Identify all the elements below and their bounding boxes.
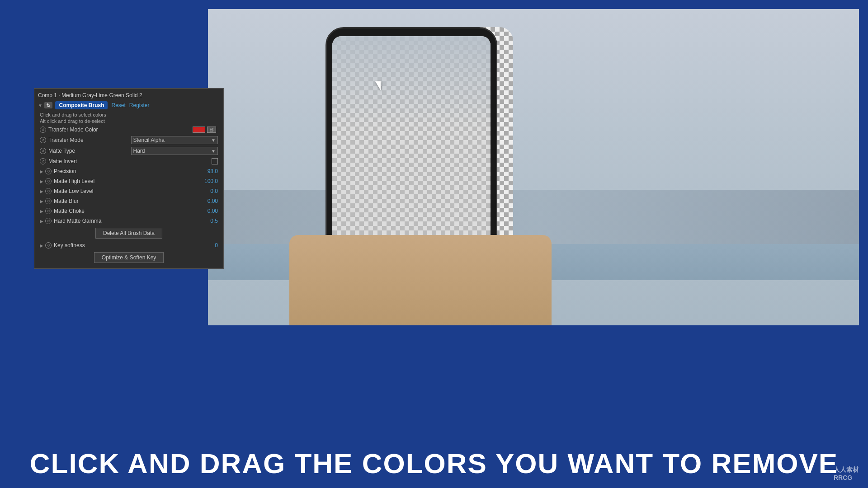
matte-high-level-value[interactable]: 100.0 bbox=[204, 178, 218, 184]
transfer-mode-dropdown[interactable]: Stencil Alpha ▼ bbox=[131, 136, 218, 144]
hint1: Click and drag to select colors bbox=[38, 112, 220, 117]
phone-fog bbox=[332, 36, 491, 127]
watermark-line2: RRCG bbox=[834, 474, 859, 481]
matte-blur-icon: ↺ bbox=[45, 198, 52, 204]
watermark: 人人素材 RRCG bbox=[834, 466, 859, 481]
matte-invert-label: Matte Invert bbox=[48, 158, 212, 164]
matte-invert-checkbox[interactable] bbox=[212, 158, 218, 164]
transfer-mode-color-row: ↺ Transfer Mode Color ⛓ bbox=[38, 125, 220, 135]
link-icon[interactable]: ⛓ bbox=[207, 127, 216, 133]
watermark-line1: 人人素材 bbox=[834, 466, 859, 474]
matte-type-icon: ↺ bbox=[40, 148, 46, 154]
delete-all-brush-data-button[interactable]: Delete All Brush Data bbox=[95, 228, 162, 239]
precision-label: Precision bbox=[54, 168, 206, 174]
transfer-mode-label: Transfer Mode bbox=[48, 137, 131, 143]
matte-blur-label: Matte Blur bbox=[54, 198, 206, 204]
matte-high-level-label: Matte High Level bbox=[54, 178, 203, 184]
matte-invert-row: ↺ Matte Invert bbox=[38, 156, 220, 166]
transfer-mode-icon: ↺ bbox=[40, 137, 46, 143]
hard-matte-gamma-expand-arrow[interactable]: ▶ bbox=[40, 219, 44, 224]
matte-type-label: Matte Type bbox=[48, 148, 131, 154]
collapse-arrow-icon[interactable]: ▼ bbox=[38, 103, 42, 108]
transfer-mode-color-label: Transfer Mode Color bbox=[48, 127, 193, 133]
caption-bar: CLICK AND DRAG THE COLORS YOU WANT TO RE… bbox=[0, 438, 868, 488]
matte-choke-row[interactable]: ▶ ↺ Matte Choke 0.00 bbox=[38, 206, 220, 216]
comp-label: Comp 1 · Medium Gray-Lime Green Solid 2 bbox=[38, 92, 142, 99]
matte-high-level-row[interactable]: ▶ ↺ Matte High Level 100.0 bbox=[38, 176, 220, 186]
effect-name-label[interactable]: Composite Brush bbox=[55, 101, 108, 109]
precision-icon: ↺ bbox=[45, 168, 52, 174]
panel-title-bar: Comp 1 · Medium Gray-Lime Green Solid 2 bbox=[38, 92, 220, 99]
matte-type-value: Hard bbox=[133, 148, 145, 154]
optimize-soften-key-button[interactable]: Optimize & Soften Key bbox=[94, 252, 164, 263]
main-container: Stencil Alpha Hard Comp 1 · Medium Gray-… bbox=[0, 0, 868, 488]
matte-blur-value[interactable]: 0.00 bbox=[208, 198, 218, 204]
key-softness-label: Key softness bbox=[54, 242, 213, 249]
key-softness-value[interactable]: 0 bbox=[215, 242, 218, 249]
matte-invert-icon: ↺ bbox=[40, 158, 46, 164]
precision-expand-arrow[interactable]: ▶ bbox=[40, 169, 44, 174]
hard-matte-gamma-label: Hard Matte Gamma bbox=[54, 218, 208, 224]
hands-area bbox=[289, 235, 552, 325]
fx-badge: fx bbox=[44, 102, 53, 108]
key-softness-icon: ↺ bbox=[45, 242, 52, 249]
matte-type-row: ↺ Matte Type Hard ▼ bbox=[38, 145, 220, 156]
matte-low-level-expand-arrow[interactable]: ▶ bbox=[40, 189, 44, 194]
panel-effect-bar: ▼ fx Composite Brush Reset Register bbox=[38, 101, 220, 109]
stencil-alpha-hard-label: Stencil Alpha Hard bbox=[371, 158, 430, 166]
key-softness-expand-arrow[interactable]: ▶ bbox=[40, 243, 44, 248]
hint2: Alt click and drag to de-select bbox=[38, 118, 220, 124]
matte-low-level-row[interactable]: ▶ ↺ Matte Low Level 0.0 bbox=[38, 186, 220, 196]
reset-button[interactable]: Reset bbox=[111, 102, 125, 108]
matte-choke-value[interactable]: 0.00 bbox=[208, 208, 218, 214]
matte-type-dropdown[interactable]: Hard ▼ bbox=[131, 147, 218, 155]
transfer-mode-value: Stencil Alpha bbox=[133, 137, 165, 143]
matte-choke-label: Matte Choke bbox=[54, 208, 206, 214]
transfer-mode-color-icon: ↺ bbox=[40, 127, 46, 133]
register-button[interactable]: Register bbox=[129, 102, 150, 108]
matte-high-level-expand-arrow[interactable]: ▶ bbox=[40, 179, 44, 184]
precision-row[interactable]: ▶ ↺ Precision 98.0 bbox=[38, 166, 220, 176]
caption-text: CLICK AND DRAG THE COLORS YOU WANT TO RE… bbox=[30, 447, 838, 479]
dropdown-arrow-icon: ▼ bbox=[211, 138, 216, 143]
transfer-mode-row: ↺ Transfer Mode Stencil Alpha ▼ bbox=[38, 135, 220, 145]
matte-type-dropdown-arrow-icon: ▼ bbox=[211, 149, 216, 154]
canvas-area: Stencil Alpha Hard bbox=[208, 9, 859, 325]
matte-blur-row[interactable]: ▶ ↺ Matte Blur 0.00 bbox=[38, 196, 220, 206]
optimize-button-row: Optimize & Soften Key bbox=[38, 252, 220, 263]
delete-button-row: Delete All Brush Data bbox=[38, 228, 220, 239]
hard-matte-gamma-icon: ↺ bbox=[45, 218, 52, 224]
matte-choke-expand-arrow[interactable]: ▶ bbox=[40, 209, 44, 214]
matte-blur-expand-arrow[interactable]: ▶ bbox=[40, 199, 44, 204]
mouse-cursor bbox=[375, 81, 381, 90]
key-softness-row[interactable]: ▶ ↺ Key softness 0 bbox=[38, 240, 220, 250]
effects-panel: Comp 1 · Medium Gray-Lime Green Solid 2 … bbox=[34, 88, 224, 269]
matte-low-level-icon: ↺ bbox=[45, 188, 52, 194]
matte-choke-icon: ↺ bbox=[45, 208, 52, 214]
precision-value[interactable]: 98.0 bbox=[208, 168, 218, 174]
color-swatch[interactable] bbox=[193, 127, 205, 133]
matte-high-level-icon: ↺ bbox=[45, 178, 52, 184]
hard-matte-gamma-value[interactable]: 0.5 bbox=[210, 218, 218, 224]
matte-low-level-value[interactable]: 0.0 bbox=[210, 188, 218, 194]
matte-low-level-label: Matte Low Level bbox=[54, 188, 208, 194]
hard-matte-gamma-row[interactable]: ▶ ↺ Hard Matte Gamma 0.5 bbox=[38, 216, 220, 226]
